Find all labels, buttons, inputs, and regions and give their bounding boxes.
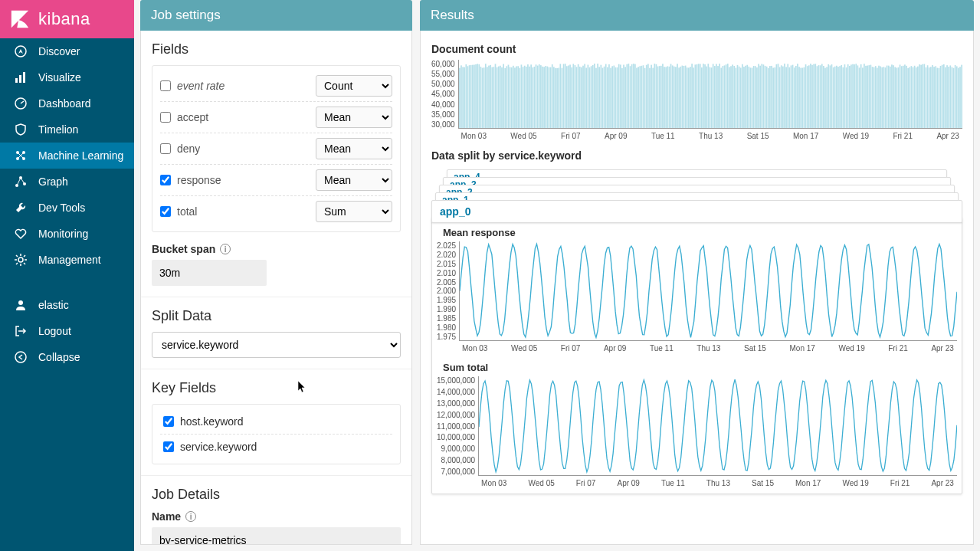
svg-rect-233	[813, 64, 814, 128]
svg-rect-214	[782, 67, 784, 128]
sidebar-item-elastic[interactable]: elastic	[0, 292, 134, 318]
svg-rect-143	[667, 66, 668, 128]
sum-total-chart: 15,000,00014,000,00013,000,00012,000,000…	[437, 376, 957, 487]
split-title: Data split by service.keyword	[431, 149, 962, 162]
sidebar-item-monitoring[interactable]: Monitoring	[0, 221, 134, 247]
svg-rect-22	[470, 65, 471, 128]
job-name-input[interactable]	[152, 527, 401, 545]
svg-rect-148	[675, 67, 677, 128]
sidebar-item-logout[interactable]: Logout	[0, 318, 134, 344]
svg-rect-293	[910, 66, 912, 128]
svg-rect-3	[23, 72, 25, 83]
aggregation-select[interactable]: CountMeanSumMinMax	[316, 75, 392, 97]
sidebar-item-discover[interactable]: Discover	[0, 38, 134, 64]
svg-rect-162	[697, 64, 699, 128]
svg-rect-175	[719, 64, 720, 128]
split-data-section: Split Data service.keyword	[141, 297, 411, 369]
svg-rect-57	[527, 64, 529, 128]
svg-rect-300	[922, 64, 923, 128]
aggregation-select[interactable]: CountMeanSumMinMax	[316, 138, 392, 159]
svg-rect-109	[611, 66, 613, 128]
svg-rect-37	[494, 64, 496, 128]
job-details-title: Job Details	[152, 487, 401, 503]
svg-rect-52	[519, 68, 520, 128]
svg-rect-118	[626, 64, 628, 128]
field-checkbox[interactable]	[160, 143, 171, 154]
svg-rect-126	[639, 66, 641, 128]
sidebar-item-collapse[interactable]: Collapse	[0, 344, 134, 370]
svg-rect-19	[465, 64, 467, 128]
svg-rect-196	[752, 66, 754, 128]
doc-count-plot[interactable]	[458, 60, 962, 129]
svg-rect-184	[733, 66, 735, 128]
svg-rect-238	[821, 64, 823, 128]
logo-bar[interactable]: kibana	[0, 0, 134, 38]
svg-rect-154	[684, 66, 686, 128]
svg-rect-211	[777, 64, 778, 128]
svg-rect-287	[900, 66, 902, 128]
key-field-row: host.keyword	[160, 409, 392, 435]
sidebar-item-graph[interactable]: Graph	[0, 169, 134, 195]
svg-rect-232	[811, 65, 813, 128]
field-checkbox[interactable]	[160, 112, 171, 123]
svg-rect-226	[801, 67, 803, 128]
doc-count-title: Document count	[431, 43, 962, 55]
svg-rect-202	[762, 64, 764, 128]
split-card[interactable]: app_0	[431, 200, 962, 223]
sidebar-item-visualize[interactable]: Visualize	[0, 64, 134, 90]
brand-label: kibana	[38, 9, 90, 29]
svg-rect-263	[862, 67, 864, 128]
svg-rect-45	[507, 65, 509, 128]
svg-rect-289	[904, 64, 906, 128]
field-checkbox[interactable]	[160, 80, 171, 91]
field-checkbox[interactable]	[160, 175, 171, 185]
aggregation-select[interactable]: CountMeanSumMinMax	[316, 107, 392, 128]
svg-rect-204	[765, 67, 767, 128]
field-label: response	[177, 174, 316, 186]
job-settings-panel: Job settings Fields event rateCountMeanS…	[140, 0, 412, 545]
sum-total-plot[interactable]	[478, 376, 957, 476]
key-fields-title: Key Fields	[152, 380, 401, 396]
info-icon[interactable]: i	[185, 511, 196, 522]
key-field-checkbox[interactable]	[163, 416, 174, 427]
sidebar-item-management[interactable]: Management	[0, 247, 134, 273]
svg-rect-42	[503, 64, 504, 128]
svg-rect-192	[746, 65, 748, 128]
svg-rect-224	[798, 67, 800, 128]
svg-rect-110	[613, 66, 615, 128]
svg-rect-94	[587, 65, 588, 128]
sidebar-item-timelion[interactable]: Timelion	[0, 116, 134, 143]
sidebar-item-machine-learning[interactable]: Machine Learning	[0, 143, 134, 169]
fields-list: event rateCountMeanSumMinMaxacceptCountM…	[152, 65, 401, 232]
aggregation-select[interactable]: CountMeanSumMinMax	[316, 169, 392, 191]
svg-rect-76	[558, 68, 559, 128]
key-field-checkbox[interactable]	[163, 441, 174, 452]
fields-section: Fields event rateCountMeanSumMinMaxaccep…	[141, 31, 411, 297]
svg-rect-317	[949, 65, 951, 128]
svg-rect-311	[939, 66, 941, 128]
svg-rect-308	[935, 66, 936, 128]
split-data-select[interactable]: service.keyword	[152, 332, 401, 358]
ml-icon	[14, 149, 28, 162]
sidebar-item-dashboard[interactable]: Dashboard	[0, 90, 134, 116]
svg-rect-222	[795, 66, 797, 128]
svg-rect-123	[634, 64, 636, 128]
info-icon[interactable]: i	[220, 244, 231, 254]
svg-rect-266	[867, 66, 868, 128]
key-field-row: service.keyword	[160, 435, 392, 459]
svg-rect-124	[636, 67, 637, 128]
sidebar-item-dev-tools[interactable]: Dev Tools	[0, 195, 134, 221]
svg-rect-36	[493, 67, 494, 128]
split-card-stack: app_4app_3app_2app_1app_0	[431, 169, 962, 212]
svg-rect-27	[478, 64, 480, 128]
bucket-span-input[interactable]	[152, 260, 267, 286]
compass-icon	[14, 44, 28, 58]
mean-response-plot[interactable]	[459, 241, 957, 341]
aggregation-select[interactable]: CountMeanSumMinMax	[316, 201, 392, 222]
svg-rect-283	[894, 67, 896, 128]
svg-rect-229	[806, 66, 808, 128]
svg-rect-193	[748, 67, 749, 128]
svg-rect-31	[485, 64, 487, 128]
svg-rect-17	[462, 67, 464, 128]
field-checkbox[interactable]	[160, 206, 171, 217]
